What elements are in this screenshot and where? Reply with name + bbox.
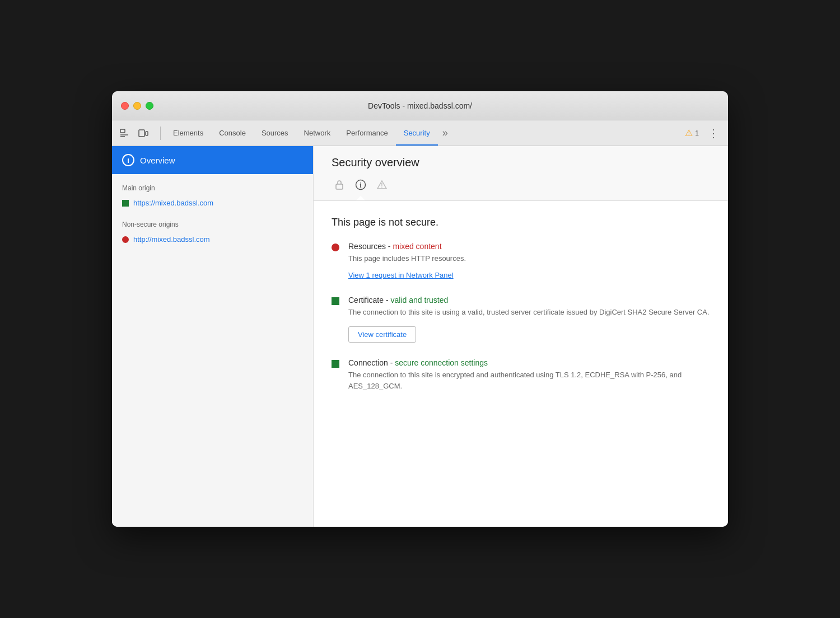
tab-sources[interactable]: Sources <box>254 120 296 146</box>
info-circle-icon[interactable]: i <box>353 177 368 193</box>
tab-security[interactable]: Security <box>396 120 438 146</box>
inspect-icon[interactable] <box>116 125 132 141</box>
non-secure-url[interactable]: http://mixed.badssl.com <box>133 235 210 244</box>
content-area: This page is not secure. Resources - mix… <box>314 201 728 527</box>
devtools-window: DevTools - mixed.badssl.com/ Elements <box>112 91 728 527</box>
tabbar: Elements Console Sources Network Perform… <box>112 120 728 146</box>
security-icons-row: i ! <box>332 177 710 193</box>
resources-status-indicator <box>332 244 339 251</box>
connection-body: Connection - secure connection settings … <box>348 358 710 396</box>
page-status-heading: This page is not secure. <box>332 217 710 228</box>
warning-badge[interactable]: ⚠ 1 <box>680 125 703 141</box>
tab-elements[interactable]: Elements <box>165 120 211 146</box>
active-tab-indicator <box>356 196 365 200</box>
resources-body: Resources - mixed content This page incl… <box>348 242 710 280</box>
warning-icon: ⚠ <box>685 128 693 138</box>
main-origin-url[interactable]: https://mixed.badssl.com <box>133 199 213 207</box>
overview-info-icon: i <box>122 154 134 166</box>
non-secure-origin-item[interactable]: http://mixed.badssl.com <box>112 232 313 247</box>
connection-status: secure connection settings <box>395 358 488 367</box>
certificate-status-indicator <box>332 297 339 305</box>
maximize-button[interactable] <box>146 102 153 110</box>
certificate-item: Certificate - valid and trusted The conn… <box>332 296 710 343</box>
resources-desc: This page includes HTTP resources. <box>348 253 710 264</box>
resources-status: mixed content <box>393 242 441 251</box>
titlebar: DevTools - mixed.badssl.com/ <box>112 91 728 120</box>
lock-icon <box>332 177 347 193</box>
main-content: i Overview Main origin https://mixed.bad… <box>112 146 728 527</box>
insecure-indicator <box>122 236 129 243</box>
tab-console[interactable]: Console <box>211 120 254 146</box>
svg-rect-4 <box>146 132 148 135</box>
minimize-button[interactable] <box>133 102 141 110</box>
svg-rect-3 <box>139 130 144 137</box>
close-button[interactable] <box>121 102 129 110</box>
tab-network[interactable]: Network <box>296 120 339 146</box>
non-secure-section-label: Non-secure origins <box>112 210 313 232</box>
tab-performance[interactable]: Performance <box>338 120 395 146</box>
more-tabs-button[interactable]: » <box>438 127 452 139</box>
svg-text:i: i <box>360 181 362 189</box>
connection-status-indicator <box>332 360 339 368</box>
security-overview-title: Security overview <box>332 156 710 169</box>
certificate-body: Certificate - valid and trusted The conn… <box>348 296 710 343</box>
connection-desc: The connection to this site is encrypted… <box>348 369 710 391</box>
devtools-menu-button[interactable]: ⋮ <box>703 127 724 140</box>
security-overview-header: Security overview i <box>314 146 728 201</box>
device-icon[interactable] <box>136 125 151 141</box>
svg-rect-0 <box>120 129 125 133</box>
sidebar: i Overview Main origin https://mixed.bad… <box>112 146 314 527</box>
window-title: DevTools - mixed.badssl.com/ <box>368 101 472 110</box>
certificate-status: valid and trusted <box>390 296 448 305</box>
tab-divider <box>160 127 161 140</box>
svg-text:!: ! <box>381 182 382 189</box>
toolbar-icons <box>116 125 151 141</box>
main-origin-item[interactable]: https://mixed.badssl.com <box>112 195 313 210</box>
view-certificate-button[interactable]: View certificate <box>348 326 416 343</box>
resources-item: Resources - mixed content This page incl… <box>332 242 710 280</box>
certificate-title: Certificate - valid and trusted <box>348 296 710 305</box>
resources-title: Resources - mixed content <box>348 242 710 251</box>
main-origin-section-label: Main origin <box>112 174 313 195</box>
connection-item: Connection - secure connection settings … <box>332 358 710 396</box>
right-panel: Security overview i <box>314 146 728 527</box>
sidebar-item-overview[interactable]: i Overview <box>112 146 313 174</box>
warning-triangle-icon: ! <box>374 177 390 193</box>
overview-label: Overview <box>140 156 175 165</box>
connection-title: Connection - secure connection settings <box>348 358 710 367</box>
view-request-link[interactable]: View 1 request in Network Panel <box>348 271 454 279</box>
window-controls <box>121 102 153 110</box>
secure-indicator <box>122 200 129 207</box>
certificate-desc: The connection to this site is using a v… <box>348 307 710 318</box>
svg-rect-5 <box>336 184 343 189</box>
